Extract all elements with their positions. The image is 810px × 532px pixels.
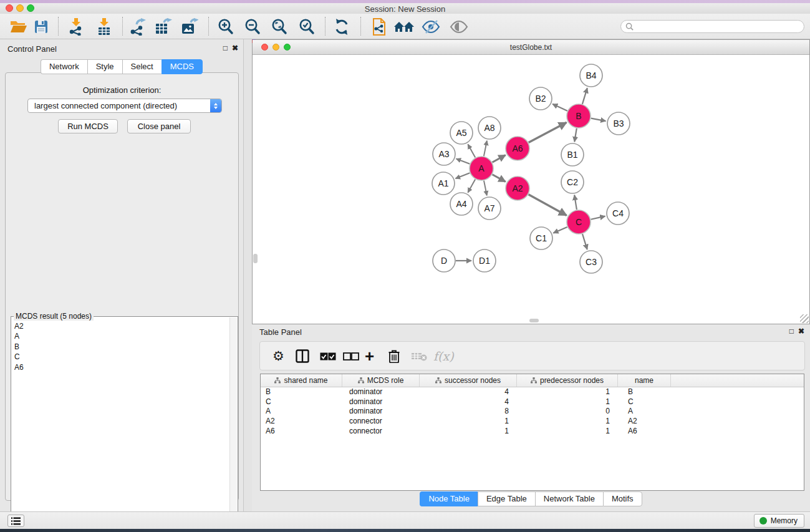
show-columns-icon[interactable]: [296, 347, 309, 365]
node-C[interactable]: C: [567, 210, 591, 234]
node-A3[interactable]: A3: [433, 143, 455, 165]
node-C3[interactable]: C3: [580, 251, 602, 273]
tab-network[interactable]: Network: [41, 59, 87, 74]
zoom-in-icon[interactable]: [215, 16, 236, 37]
node-A[interactable]: A: [470, 157, 493, 180]
edge-C-C4[interactable]: [591, 216, 605, 220]
edge-C-C3[interactable]: [582, 234, 587, 249]
close-panel-icon[interactable]: ✖: [798, 327, 804, 336]
close-panel-icon[interactable]: ✖: [232, 44, 238, 52]
node-B4[interactable]: B4: [580, 64, 602, 87]
mcds-result-item[interactable]: A2: [14, 321, 230, 331]
node-D1[interactable]: D1: [473, 249, 496, 272]
mcds-result-item[interactable]: B: [14, 342, 230, 352]
tab-edge-table[interactable]: Edge Table: [478, 491, 535, 506]
deselect-all-rows-icon[interactable]: [343, 347, 359, 365]
float-panel-icon[interactable]: □: [789, 327, 794, 336]
zoom-out-icon[interactable]: [242, 16, 263, 37]
node-C4[interactable]: C4: [607, 202, 629, 225]
network-horizontal-scrollbar[interactable]: [529, 319, 539, 322]
delete-column-icon[interactable]: [411, 347, 427, 365]
column-header-shared-name[interactable]: shared name: [261, 374, 342, 387]
home-networks-icon[interactable]: [393, 16, 415, 37]
edge-A-A8[interactable]: [484, 141, 487, 157]
node-A1[interactable]: A1: [432, 172, 455, 195]
node-B2[interactable]: B2: [529, 87, 552, 110]
zoom-fit-icon[interactable]: [269, 16, 290, 37]
tab-mcds[interactable]: MCDS: [162, 59, 203, 74]
refresh-icon[interactable]: [331, 16, 352, 37]
hide-graphics-icon[interactable]: [420, 16, 441, 37]
import-table-icon[interactable]: [94, 16, 115, 37]
edge-A-A4[interactable]: [468, 179, 475, 192]
node-B1[interactable]: B1: [561, 143, 584, 166]
column-header-MCDS-role[interactable]: MCDS role: [342, 374, 420, 387]
delete-trash-icon[interactable]: [388, 347, 400, 365]
column-header-name[interactable]: name: [618, 374, 671, 387]
float-panel-icon[interactable]: □: [223, 44, 228, 52]
resize-grip-icon[interactable]: [800, 314, 809, 323]
node-A6[interactable]: A6: [506, 137, 529, 160]
network-canvas[interactable]: B4B2BB3A8A5A6A3B1AC2A1A2A4A7C4CC1DD1C3: [253, 56, 809, 324]
edge-C-C1[interactable]: [553, 227, 567, 233]
edge-B-B1[interactable]: [574, 128, 577, 142]
edge-B-B2[interactable]: [552, 104, 567, 111]
edge-C-C2[interactable]: [574, 195, 577, 210]
tab-select[interactable]: Select: [122, 59, 162, 74]
table-row-C[interactable]: Cdominator41C: [261, 397, 804, 407]
network-vertical-scrollbar[interactable]: [253, 254, 258, 263]
table-row-B[interactable]: Bdominator41B: [261, 387, 804, 397]
edge-B-B3[interactable]: [591, 118, 606, 121]
add-icon[interactable]: +: [365, 347, 374, 365]
tab-network-table[interactable]: Network Table: [535, 491, 603, 506]
tab-style[interactable]: Style: [87, 59, 122, 74]
table-settings-gear-icon[interactable]: ⚙: [272, 347, 284, 365]
task-history-button[interactable]: [7, 515, 24, 527]
edge-A2-C[interactable]: [529, 195, 567, 216]
table-row-A6[interactable]: A6connector11A6: [261, 427, 804, 437]
mcds-result-item[interactable]: A6: [14, 362, 230, 372]
node-D[interactable]: D: [433, 249, 455, 272]
mcds-result-item[interactable]: C: [14, 352, 230, 362]
node-A2[interactable]: A2: [506, 177, 529, 200]
edge-A-A5[interactable]: [468, 144, 475, 157]
edge-A6-B[interactable]: [529, 122, 567, 142]
edge-A-A7[interactable]: [484, 181, 487, 196]
edge-A-A3[interactable]: [456, 159, 470, 164]
node-A4[interactable]: A4: [450, 193, 473, 215]
run-mcds-button[interactable]: Run MCDS: [58, 119, 118, 133]
criterion-dropdown[interactable]: largest connected component (directed): [27, 99, 222, 113]
mcds-result-item[interactable]: A: [14, 331, 230, 341]
edge-A-A6[interactable]: [493, 155, 506, 163]
node-C1[interactable]: C1: [530, 227, 552, 249]
node-A8[interactable]: A8: [478, 117, 501, 139]
node-A7[interactable]: A7: [478, 197, 501, 220]
session-file-network-icon[interactable]: [369, 16, 390, 37]
table-header-row[interactable]: shared nameMCDS rolesuccessor nodesprede…: [261, 374, 804, 387]
table-row-A[interactable]: Adominator80A: [261, 407, 804, 417]
zoom-selected-icon[interactable]: [296, 16, 317, 37]
save-session-icon[interactable]: [31, 16, 52, 37]
node-C2[interactable]: C2: [561, 171, 584, 193]
edge-A-A1[interactable]: [456, 173, 470, 178]
search-input[interactable]: [620, 20, 804, 33]
node-B3[interactable]: B3: [607, 112, 630, 135]
node-A5[interactable]: A5: [450, 122, 473, 144]
open-session-icon[interactable]: [8, 16, 29, 37]
edge-B-B4[interactable]: [582, 88, 587, 104]
export-image-icon[interactable]: [179, 16, 200, 37]
export-network-icon[interactable]: [127, 16, 148, 37]
result-scrollbar[interactable]: [229, 317, 237, 530]
show-graphics-icon[interactable]: [448, 16, 470, 37]
import-network-icon[interactable]: [65, 16, 87, 37]
table-row-A2[interactable]: A2connector11A2: [261, 417, 804, 427]
node-B[interactable]: B: [567, 104, 591, 128]
column-header-predecessor-nodes[interactable]: predecessor nodes: [517, 374, 618, 387]
edge-A-A2[interactable]: [493, 175, 506, 182]
memory-button[interactable]: Memory: [754, 514, 804, 528]
export-table-icon[interactable]: [153, 16, 174, 37]
close-panel-button[interactable]: Close panel: [127, 119, 191, 133]
tab-motifs[interactable]: Motifs: [603, 491, 642, 506]
select-all-rows-icon[interactable]: [320, 347, 336, 365]
tab-node-table[interactable]: Node Table: [420, 491, 478, 506]
